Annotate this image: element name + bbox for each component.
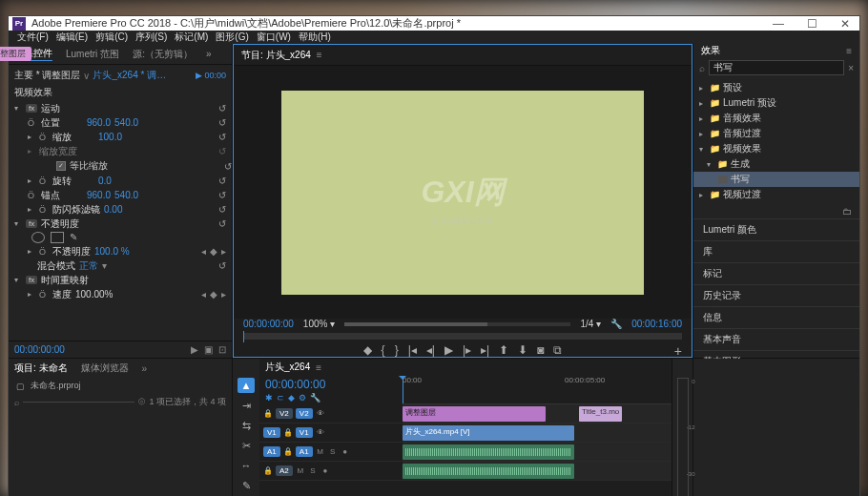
reset-scale[interactable]: ↺ bbox=[218, 132, 226, 142]
search-clear[interactable]: × bbox=[848, 63, 854, 73]
timeline-tab[interactable]: 片头_x264 bbox=[265, 361, 310, 374]
next-keyframe[interactable]: ▸ bbox=[221, 246, 226, 257]
v1-lock[interactable]: 🔒 bbox=[283, 428, 293, 437]
reset-flicker[interactable]: ↺ bbox=[218, 204, 226, 215]
add-keyframe[interactable]: ◆ bbox=[210, 246, 217, 257]
layer-chip[interactable]: 调整图层 bbox=[0, 47, 31, 61]
track-v2-header[interactable]: 🔒 V2 V2 👁 bbox=[259, 404, 403, 424]
tree-video-effects[interactable]: ▾📁视频效果 bbox=[693, 141, 859, 156]
ripple-edit-tool[interactable]: ⇆ bbox=[238, 418, 255, 433]
maximize-button[interactable]: ☐ bbox=[801, 17, 823, 31]
a1-solo[interactable]: S bbox=[328, 447, 338, 456]
wrench-toggle[interactable]: 🔧 bbox=[310, 393, 320, 403]
clip-title[interactable]: Title_t3.mo bbox=[579, 406, 622, 422]
tree-lumetri-presets[interactable]: ▸📁Lumetri 预设 bbox=[693, 95, 859, 111]
a1-mute[interactable]: M bbox=[316, 447, 325, 456]
reset-blend[interactable]: ↺ bbox=[218, 260, 226, 271]
extract-button[interactable]: ⬇ bbox=[518, 343, 527, 357]
timeline-ruler[interactable]: 00:00 00:00:05:00 bbox=[403, 376, 672, 404]
effect-tool-3[interactable]: ⊡ bbox=[218, 344, 226, 355]
close-button[interactable]: ✕ bbox=[835, 17, 856, 31]
menu-sequence[interactable]: 序列(S) bbox=[133, 31, 170, 44]
scale-value[interactable]: 100.0 bbox=[98, 132, 122, 142]
linked-selection-toggle[interactable]: ⊂ bbox=[277, 393, 284, 403]
out-button[interactable]: } bbox=[395, 343, 399, 357]
a1-patch[interactable]: A1 bbox=[263, 446, 280, 457]
compare-button[interactable]: ⧉ bbox=[553, 343, 562, 357]
effect-tool-1[interactable]: ▶ bbox=[191, 344, 198, 355]
marker-toggle[interactable]: ◆ bbox=[288, 393, 295, 403]
v2-clip-row[interactable]: 调整图层 Title_t3.mo bbox=[403, 404, 672, 424]
project-filter-icon[interactable]: ⦾ bbox=[138, 397, 145, 407]
track-select-tool[interactable]: ⇥ bbox=[238, 398, 255, 413]
section-markers[interactable]: 标记 bbox=[693, 262, 859, 284]
tab-media-browser[interactable]: 媒体浏览器 bbox=[81, 362, 129, 375]
panel-menu[interactable]: ≡ bbox=[846, 46, 852, 56]
track-v1-header[interactable]: V1 🔒 V1 👁 bbox=[259, 424, 403, 443]
stopwatch-anchor[interactable]: Ö bbox=[28, 191, 37, 200]
a1-clip-row[interactable] bbox=[403, 443, 672, 462]
v1-clip-row[interactable]: 片头_x264.mp4 [V] bbox=[403, 424, 672, 443]
menu-graphics[interactable]: 图形(G) bbox=[213, 31, 251, 44]
v1-eye[interactable]: 👁 bbox=[316, 428, 325, 437]
reset-rotation[interactable]: ↺ bbox=[218, 176, 226, 186]
stopwatch-position[interactable]: Ö bbox=[28, 118, 37, 128]
goto-out-button[interactable]: ▸| bbox=[481, 343, 489, 357]
speed-value[interactable]: 100.00% bbox=[75, 289, 113, 300]
program-monitor-view[interactable]: GXI网 g system.com bbox=[234, 66, 692, 319]
anchor-y[interactable]: 540.0 bbox=[114, 190, 138, 200]
project-search-icon[interactable]: ⌕ bbox=[14, 398, 19, 407]
a2-rec[interactable]: ● bbox=[320, 466, 330, 475]
fx-badge-motion[interactable]: fx bbox=[26, 104, 37, 113]
anchor-x[interactable]: 960.0 bbox=[87, 190, 111, 200]
settings-icon[interactable]: 🔧 bbox=[610, 319, 622, 329]
snap-toggle[interactable]: ✱ bbox=[265, 393, 273, 403]
zoom-slider[interactable] bbox=[344, 322, 570, 326]
stopwatch-op[interactable]: Ö bbox=[39, 247, 49, 257]
menu-clip[interactable]: 剪辑(C) bbox=[93, 31, 131, 44]
tab-source[interactable]: 源:（无剪辑） bbox=[133, 48, 193, 61]
reset-scalewidth[interactable]: ↺ bbox=[218, 146, 226, 156]
menu-edit[interactable]: 编辑(E) bbox=[53, 31, 91, 44]
step-fwd-button[interactable]: |▸ bbox=[463, 343, 471, 357]
menu-file[interactable]: 文件(F) bbox=[14, 31, 52, 44]
track-a2-header[interactable]: 🔒 A2 M S ● bbox=[259, 462, 403, 481]
a1-target[interactable]: A1 bbox=[296, 446, 313, 457]
settings-toggle[interactable]: ⚙ bbox=[299, 393, 306, 403]
blend-value[interactable]: 正常 bbox=[79, 259, 98, 273]
v2-eye[interactable]: 👁 bbox=[316, 409, 325, 418]
a1-rec[interactable]: ● bbox=[341, 447, 350, 456]
tab-overflow[interactable]: » bbox=[206, 49, 212, 59]
step-back-button[interactable]: ◂| bbox=[426, 343, 435, 357]
program-tab-menu[interactable]: ≡ bbox=[317, 50, 322, 60]
stopwatch-speed[interactable]: Ö bbox=[39, 290, 49, 300]
marker-button[interactable]: ◆ bbox=[363, 343, 372, 357]
effect-tool-2[interactable]: ▣ bbox=[204, 344, 213, 355]
section-info[interactable]: 信息 bbox=[693, 306, 859, 328]
reset-motion[interactable]: ↺ bbox=[218, 103, 226, 114]
effect-timecode[interactable]: 00:00:00:00 bbox=[14, 344, 65, 355]
twirl-remap[interactable]: ▾ bbox=[14, 276, 22, 284]
button-editor[interactable]: + bbox=[674, 343, 682, 359]
menu-marker[interactable]: 标记(M) bbox=[172, 31, 211, 44]
twirl-opacity[interactable]: ▾ bbox=[14, 219, 22, 228]
play-button[interactable]: ▶ bbox=[444, 343, 453, 357]
a1-lock[interactable]: 🔒 bbox=[283, 447, 293, 456]
prev-keyframe[interactable]: ◂ bbox=[201, 246, 206, 257]
fx-badge-opacity[interactable]: fx bbox=[26, 219, 37, 228]
prev-keyframe-speed[interactable]: ◂ bbox=[201, 289, 206, 300]
in-button[interactable]: { bbox=[382, 343, 385, 357]
flicker-value[interactable]: 0.00 bbox=[104, 204, 122, 215]
selection-tool[interactable]: ▲ bbox=[238, 378, 255, 393]
position-y[interactable]: 540.0 bbox=[114, 117, 138, 128]
twirl-flicker[interactable]: ▸ bbox=[28, 205, 35, 214]
tree-audio-transitions[interactable]: ▸📁音频过渡 bbox=[693, 126, 859, 141]
fx-badge-remap[interactable]: fx bbox=[26, 276, 37, 284]
section-essential-sound[interactable]: 基本声音 bbox=[693, 328, 859, 350]
new-bin-icon[interactable]: 🗀 bbox=[842, 206, 852, 217]
v1-patch[interactable]: V1 bbox=[263, 427, 280, 438]
timeline-timecode[interactable]: 00:00:00:00 bbox=[265, 378, 397, 391]
timeline-tab-menu[interactable]: ≡ bbox=[316, 362, 321, 373]
clip-audio-2[interactable] bbox=[403, 464, 574, 479]
zoom-select[interactable]: 100% ▾ bbox=[303, 319, 335, 329]
